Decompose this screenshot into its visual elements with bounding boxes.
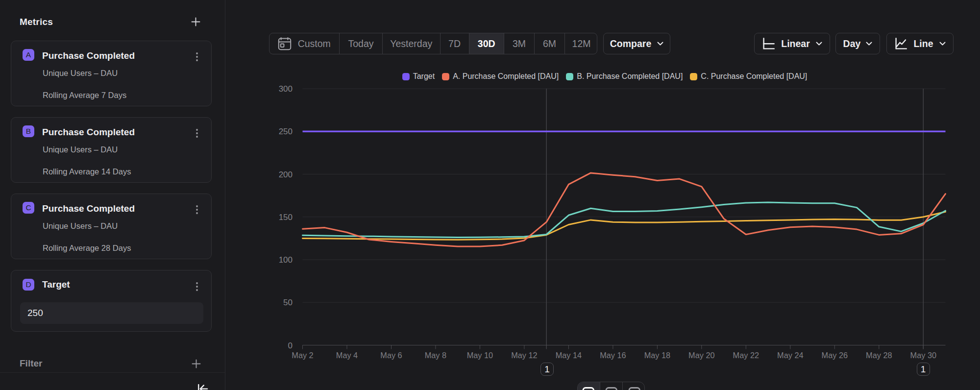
svg-text:May 4: May 4	[336, 351, 358, 360]
svg-text:200: 200	[279, 170, 293, 179]
svg-text:May 6: May 6	[380, 351, 402, 360]
svg-text:May 30: May 30	[910, 351, 936, 360]
svg-text:May 24: May 24	[777, 351, 803, 360]
svg-text:May 10: May 10	[467, 351, 493, 360]
svg-text:May 16: May 16	[600, 351, 626, 360]
svg-text:May 14: May 14	[556, 351, 582, 360]
svg-text:300: 300	[279, 84, 293, 94]
svg-text:May 26: May 26	[822, 351, 848, 360]
svg-text:150: 150	[279, 213, 293, 222]
svg-text:50: 50	[283, 298, 293, 307]
svg-text:May 2: May 2	[292, 351, 313, 360]
svg-text:May 18: May 18	[644, 351, 670, 360]
svg-text:May 8: May 8	[425, 351, 446, 360]
svg-text:May 28: May 28	[866, 351, 892, 360]
svg-text:0: 0	[288, 341, 293, 350]
svg-text:May 22: May 22	[733, 351, 759, 360]
svg-text:250: 250	[279, 127, 293, 136]
svg-text:May 20: May 20	[688, 351, 714, 360]
svg-text:100: 100	[279, 255, 293, 265]
svg-text:May 12: May 12	[511, 351, 537, 360]
